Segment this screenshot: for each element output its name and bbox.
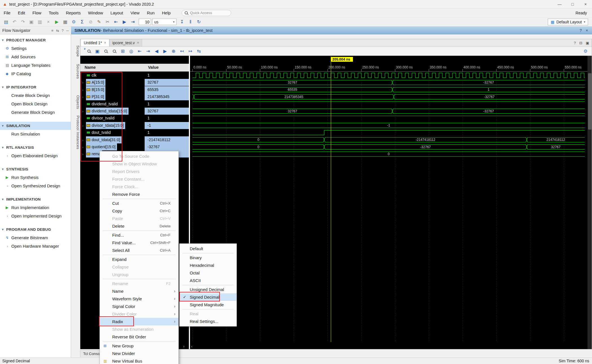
flow-section-implementation[interactable]: ▾IMPLEMENTATION	[0, 195, 71, 203]
signal-value-a-15-0[interactable]: 32767	[145, 79, 189, 86]
side-tab-scope[interactable]: Scope	[71, 42, 80, 60]
undo-icon[interactable]: ↶	[11, 18, 18, 25]
expand-arrow-icon[interactable]: ›	[82, 94, 86, 101]
menu-item-new-divider[interactable]: New Divider	[100, 350, 178, 357]
float-window-icon[interactable]: ⊟	[579, 41, 582, 45]
collapse-icon[interactable]: ▾	[2, 83, 4, 91]
signal-name-cell[interactable]: B[15:0]	[86, 86, 105, 93]
flow-item-open-implemented-design[interactable]: ›Open Implemented Design	[0, 212, 71, 220]
waveform-canvas[interactable]: 0.000 ns50.000 ns100.000 ns150.000 ns200…	[190, 56, 587, 349]
step-icon[interactable]: ⇥	[129, 18, 137, 26]
flow-item-ip-catalog[interactable]: ◆IP Catalog	[0, 70, 71, 78]
menu-item-signal-color[interactable]: Signal Color›	[100, 303, 178, 310]
menu-item-ascii[interactable]: ASCII	[180, 277, 237, 284]
relaunch-icon[interactable]: ↻	[195, 18, 203, 25]
menu-item-select-all[interactable]: Select AllCtrl+A	[100, 247, 178, 254]
vertical-scrollbar[interactable]	[587, 56, 592, 349]
flow-nav-minimize-icon[interactable]: ─	[66, 28, 69, 33]
signal-name-quotient-15-0[interactable]: ›quotient[15:0]	[80, 143, 145, 150]
signal-value-divisor-tvalid[interactable]: 1	[145, 115, 189, 122]
collapse-icon[interactable]: ▾	[2, 225, 4, 234]
delete-icon[interactable]: ×	[45, 18, 52, 26]
menu-edit[interactable]: Edit	[14, 10, 29, 15]
close-icon[interactable]: ×	[579, 0, 592, 8]
maximize-pane-icon[interactable]: ▣	[586, 41, 589, 45]
break-icon[interactable]: ‖	[187, 18, 194, 26]
dashboard-icon[interactable]: ▦	[61, 18, 69, 25]
signal-value-divisor-tdata-15-0[interactable]: -1	[145, 122, 189, 129]
flow-item-run-simulation[interactable]: Run Simulation	[0, 130, 71, 138]
signal-name-b-15-0[interactable]: ›B[15:0]	[80, 86, 145, 93]
simulation-time-input[interactable]	[139, 19, 151, 25]
flow-section-ip-integrator[interactable]: ▾IP INTEGRATOR	[0, 83, 71, 91]
expand-arrow-icon[interactable]: ›	[82, 86, 86, 94]
signal-name-cell[interactable]: A[15:0]	[86, 79, 105, 86]
signal-value-dividend-tvalid[interactable]: 1	[145, 101, 189, 108]
menu-item-copy[interactable]: CopyCtrl+C	[100, 207, 178, 215]
flow-section-program-and-debug[interactable]: ▾PROGRAM AND DEBUG	[0, 225, 71, 234]
redo-icon[interactable]: ↷	[19, 18, 27, 25]
menu-file[interactable]: File	[0, 10, 14, 15]
menu-window[interactable]: Window	[84, 10, 107, 15]
collapse-icon[interactable]: ▾	[2, 122, 4, 130]
menu-item-signed-magnitude[interactable]: Signed Magnitude	[180, 301, 237, 308]
time-unit-select[interactable]: us ▾	[152, 19, 176, 25]
signal-name-dout-tvalid[interactable]: dout_tvalid	[80, 129, 145, 136]
menu-run[interactable]: Run	[143, 10, 158, 15]
flow-item-settings[interactable]: ⚙Settings	[0, 44, 71, 53]
wave-settings-icon[interactable]: ⚙	[584, 48, 587, 54]
hscroll-right-icon[interactable]: ›	[183, 344, 184, 349]
signal-name-p-31-0[interactable]: ›P[31:0]	[80, 93, 145, 100]
signal-value-dout-tdata-31-0[interactable]: -2147418112	[145, 136, 189, 143]
minimize-icon[interactable]: —	[553, 0, 566, 8]
banner-help-icon[interactable]: ?	[580, 28, 582, 33]
signal-name-cell[interactable]: dout_tvalid	[86, 129, 112, 136]
flow-section-project-manager[interactable]: ▾PROJECT MANAGER	[0, 36, 71, 44]
expand-arrow-icon[interactable]: ›	[7, 212, 8, 220]
signal-name-cell[interactable]: dividend_tvalid	[86, 101, 119, 108]
menu-item-hexadecimal[interactable]: Hexadecimal	[180, 261, 237, 269]
go-to-end-icon[interactable]: ⇥	[144, 48, 152, 55]
menu-item-waveform-style[interactable]: Waveform Style›	[100, 295, 178, 303]
copy-icon[interactable]: ▣	[28, 18, 35, 25]
signal-value-dout-tvalid[interactable]: 1	[145, 129, 189, 136]
next-transition-icon[interactable]: ▶	[161, 48, 169, 55]
menu-item-unsigned-decimal[interactable]: Unsigned Decimal	[180, 286, 237, 293]
add-cursor-icon[interactable]: ⊕	[170, 48, 177, 55]
signal-value-dividend-tdata-15-0[interactable]: 32767	[145, 108, 189, 115]
flow-item-open-block-design[interactable]: Open Block Design	[0, 100, 71, 108]
layout-selector[interactable]: ▦ Default Layout ▾	[548, 19, 588, 25]
menu-item-find[interactable]: Find...Ctrl+F	[100, 231, 178, 239]
menu-item-delete[interactable]: DeleteDelete	[100, 222, 178, 230]
swap-cursors-icon[interactable]: ⇆	[195, 48, 203, 55]
paste-icon[interactable]: ▥	[36, 18, 44, 25]
flow-item-generate-bitstream[interactable]: ↯Generate Bitstream	[0, 234, 71, 242]
signal-value-quotient-15-0[interactable]: -32767	[145, 143, 189, 150]
signal-name-cell[interactable]: divisor_tdata[15:0]	[86, 122, 125, 129]
edit-icon[interactable]: ✎	[95, 18, 103, 25]
hscroll-left-icon[interactable]: ‹	[191, 344, 192, 349]
scrollbar-thumb[interactable]	[588, 73, 591, 130]
flow-nav-menu-icon[interactable]: ≡	[51, 28, 54, 33]
tab-close-icon[interactable]: ×	[137, 39, 139, 46]
flow-item-run-synthesis[interactable]: ▶Run Synthesis	[0, 173, 71, 182]
signal-name-cell[interactable]: dout_tdata[31:0]	[86, 136, 122, 143]
flow-item-create-block-design[interactable]: Create Block Design	[0, 91, 71, 100]
open-icon[interactable]: ▤	[2, 18, 10, 25]
flow-item-run-implementation[interactable]: ▶Run Implementation	[0, 203, 71, 212]
menu-item-name[interactable]: Name›	[100, 287, 178, 295]
settings-gear-icon[interactable]: ⚙	[70, 18, 78, 25]
banner-close-icon[interactable]: ×	[586, 28, 588, 33]
signal-name-cell[interactable]: clk	[86, 72, 98, 79]
collapse-icon[interactable]: ▾	[2, 165, 4, 173]
previous-marker-icon[interactable]: ↤	[178, 48, 186, 55]
run-icon[interactable]: ▶	[53, 18, 61, 25]
menu-reports[interactable]: Reports	[62, 10, 85, 15]
flow-nav-help-icon[interactable]: ?	[62, 28, 64, 33]
signal-name-clk[interactable]: clk	[80, 72, 145, 79]
flow-item-language-templates[interactable]: ▤Language Templates	[0, 61, 71, 70]
menu-layout[interactable]: Layout	[107, 10, 127, 15]
side-tab-sources[interactable]: Sources	[71, 61, 80, 82]
run-all-icon[interactable]: ▶	[121, 18, 128, 26]
flow-item-open-elaborated-design[interactable]: ›Open Elaborated Design	[0, 152, 71, 160]
